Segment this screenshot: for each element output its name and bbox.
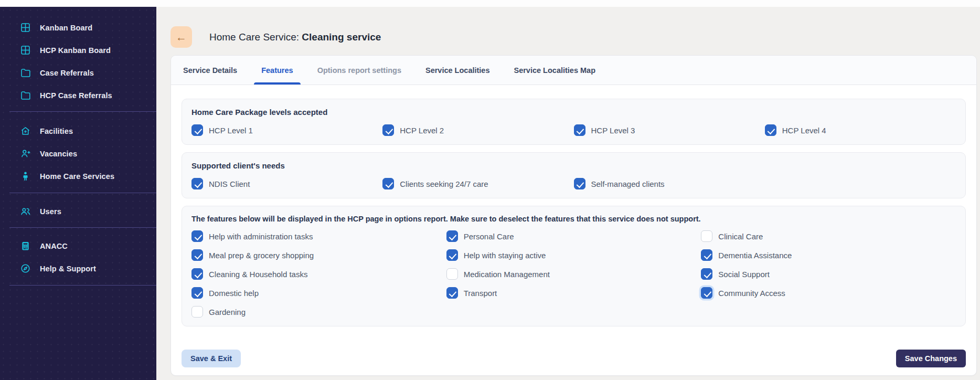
- save-changes-button[interactable]: Save Changes: [896, 350, 966, 367]
- panels: Home Care Package levels accepted HCP Le…: [171, 85, 976, 326]
- checkbox-label: Help with staying active: [464, 251, 546, 260]
- service-card: Service Details Features Options report …: [171, 55, 977, 376]
- checkbox-label: HCP Level 3: [591, 126, 635, 135]
- checkbox-community-access[interactable]: Community Access: [701, 287, 956, 299]
- checkbox-label: Community Access: [718, 289, 785, 298]
- checkbox-box: [382, 178, 394, 189]
- checkbox-clients-247-care[interactable]: Clients seeking 24/7 care: [382, 178, 573, 189]
- sidebar-item-help-support[interactable]: Help & Support: [0, 257, 156, 280]
- sidebar-divider: [9, 111, 156, 112]
- tab-service-details[interactable]: Service Details: [171, 56, 249, 85]
- checkbox-label: Dementia Assistance: [718, 251, 792, 260]
- checkbox-hcp-level-1[interactable]: HCP Level 1: [191, 124, 382, 136]
- checkbox-hcp-level-3[interactable]: HCP Level 3: [574, 124, 765, 136]
- checkbox-box: [701, 287, 712, 299]
- sidebar-item-vacancies[interactable]: Vacancies: [0, 142, 156, 165]
- checkbox-label: Cleaning & Household tasks: [209, 270, 307, 279]
- checkbox-label: Self-managed clients: [591, 180, 665, 188]
- checkbox-label: HCP Level 4: [782, 126, 826, 135]
- checkbox-staying-active[interactable]: Help with staying active: [446, 249, 701, 261]
- sidebar-item-home-care-services[interactable]: Home Care Services: [0, 165, 156, 187]
- sidebar-item-label: Vacancies: [40, 150, 77, 158]
- checkbox-cleaning-household[interactable]: Cleaning & Household tasks: [191, 268, 446, 280]
- checkbox-label: Domestic help: [209, 289, 259, 298]
- page-title: Home Care Service: Cleaning service: [209, 31, 381, 43]
- home-icon: [20, 125, 31, 136]
- sidebar-item-facilities[interactable]: Facilities: [0, 120, 156, 142]
- panel-title: Home Care Package levels accepted: [191, 108, 956, 117]
- sidebar-item-kanban-board[interactable]: Kanban Board: [0, 16, 156, 39]
- page-title-prefix: Home Care Service:: [209, 31, 302, 43]
- checkbox-meal-prep[interactable]: Meal prep & grocery shopping: [191, 249, 446, 261]
- checkbox-box: [701, 249, 712, 261]
- tab-options-report-settings[interactable]: Options report settings: [305, 56, 413, 85]
- folder-icon: [20, 67, 31, 78]
- checkbox-box: [574, 178, 585, 189]
- page-header: ← Home Care Service: Cleaning service: [156, 7, 980, 48]
- back-arrow-icon: ←: [176, 31, 187, 43]
- checkbox-box: [446, 249, 458, 261]
- checkbox-box: [446, 287, 458, 299]
- checkbox-gardening[interactable]: Gardening: [191, 306, 446, 318]
- checkbox-label: Medication Management: [464, 270, 550, 279]
- sidebar-divider: [9, 227, 156, 228]
- features-note: The features below will be displayed in …: [191, 215, 956, 223]
- checkbox-box: [191, 268, 203, 280]
- checkbox-label: Gardening: [209, 308, 246, 316]
- compass-icon: [20, 263, 31, 274]
- checkbox-label: Clients seeking 24/7 care: [400, 180, 488, 188]
- kanban-icon: [20, 45, 31, 56]
- checkbox-clinical-care[interactable]: Clinical Care: [701, 230, 956, 242]
- checkbox-transport[interactable]: Transport: [446, 287, 701, 299]
- sidebar: Kanban Board HCP Kanban Board Case Refer…: [0, 7, 156, 380]
- checkbox-label: HCP Level 1: [209, 126, 253, 135]
- calculator-icon: [20, 240, 31, 251]
- checkbox-box: [382, 124, 394, 136]
- checkbox-dementia-assistance[interactable]: Dementia Assistance: [701, 249, 956, 261]
- checkbox-label: Personal Care: [464, 232, 514, 241]
- tab-service-localities[interactable]: Service Localities: [413, 56, 502, 85]
- sidebar-item-case-referrals[interactable]: Case Referrals: [0, 61, 156, 84]
- sidebar-divider: [9, 285, 156, 286]
- sidebar-item-users[interactable]: Users: [0, 200, 156, 223]
- checkbox-personal-care[interactable]: Personal Care: [446, 230, 701, 242]
- checkbox-box: [446, 230, 458, 242]
- tab-features[interactable]: Features: [249, 56, 305, 85]
- checkbox-label: Meal prep & grocery shopping: [209, 251, 314, 260]
- checkbox-help-administration[interactable]: Help with administration tasks: [191, 230, 446, 242]
- hcp-levels-panel: Home Care Package levels accepted HCP Le…: [182, 99, 966, 145]
- checkbox-domestic-help[interactable]: Domestic help: [191, 287, 446, 299]
- checkbox-hcp-level-2[interactable]: HCP Level 2: [382, 124, 573, 136]
- sidebar-item-label: Users: [40, 207, 61, 216]
- checkbox-box: [191, 249, 203, 261]
- back-button[interactable]: ←: [171, 26, 192, 48]
- footer-actions: Save & Exit Save Changes: [182, 350, 966, 367]
- sidebar-item-label: Kanban Board: [40, 24, 92, 32]
- features-grid: Help with administration tasks Meal prep…: [191, 230, 956, 318]
- checkbox-social-support[interactable]: Social Support: [701, 268, 956, 280]
- checkbox-label: Social Support: [718, 270, 770, 279]
- folder-icon: [20, 90, 31, 101]
- checkbox-label: NDIS Client: [209, 180, 250, 188]
- kanban-icon: [20, 22, 31, 33]
- checkbox-box: [701, 230, 712, 242]
- checkbox-medication-management[interactable]: Medication Management: [446, 268, 701, 280]
- hcp-levels-options: HCP Level 1 HCP Level 2 HCP Level 3 HCP …: [191, 124, 956, 136]
- checkbox-self-managed-clients[interactable]: Self-managed clients: [574, 178, 765, 189]
- features-panel: The features below will be displayed in …: [182, 206, 966, 326]
- page-title-service-name: Cleaning service: [302, 31, 381, 43]
- sidebar-item-hcp-case-referrals[interactable]: HCP Case Referrals: [0, 84, 156, 107]
- sidebar-item-anacc[interactable]: ANACC: [0, 235, 156, 257]
- save-exit-button[interactable]: Save & Exit: [182, 350, 241, 367]
- features-column-1: Help with administration tasks Meal prep…: [191, 230, 446, 318]
- checkbox-box: [191, 124, 203, 136]
- checkbox-hcp-level-4[interactable]: HCP Level 4: [765, 124, 956, 136]
- client-needs-options: NDIS Client Clients seeking 24/7 care Se…: [191, 178, 956, 189]
- checkbox-label: Clinical Care: [718, 232, 763, 241]
- tab-bar: Service Details Features Options report …: [171, 56, 976, 85]
- users-icon: [20, 206, 31, 217]
- tab-service-localities-map[interactable]: Service Localities Map: [502, 56, 608, 85]
- client-needs-panel: Supported client's needs NDIS Client Cli…: [182, 152, 966, 198]
- checkbox-ndis-client[interactable]: NDIS Client: [191, 178, 382, 189]
- sidebar-item-hcp-kanban-board[interactable]: HCP Kanban Board: [0, 39, 156, 61]
